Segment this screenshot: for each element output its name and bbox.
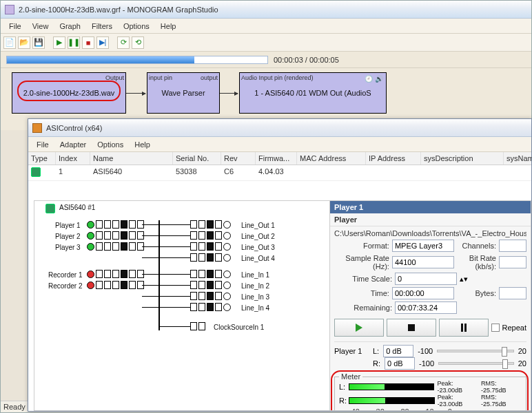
- samplerate-field[interactable]: [392, 256, 454, 268]
- player-title: Player 1: [330, 201, 531, 213]
- col-serial[interactable]: Serial No.: [173, 152, 221, 165]
- col-ip[interactable]: IP Address: [366, 152, 421, 165]
- bus-line: [158, 220, 160, 330]
- meter-rms-r: RMS: -25.75dB: [481, 394, 522, 407]
- lbl-li1: Line_In 1: [241, 271, 269, 279]
- bytes-field[interactable]: [499, 287, 526, 299]
- new-button[interactable]: 📄: [3, 36, 16, 49]
- menu-options[interactable]: Options: [119, 21, 154, 32]
- device-icon: [45, 204, 55, 213]
- row-rec1[interactable]: [87, 270, 144, 278]
- inner-titlebar[interactable]: ASIControl (x64): [28, 119, 531, 137]
- player-stop-button[interactable]: [387, 319, 436, 337]
- repeat-checkbox[interactable]: [491, 324, 500, 332]
- lbl-channels: Channels:: [457, 242, 496, 250]
- seek-bar[interactable]: [6, 56, 268, 64]
- node-source-label: 2.0-sine-1000Hz-23dB.wav: [21, 89, 118, 97]
- imenu-file[interactable]: File: [32, 139, 53, 150]
- col-index[interactable]: Index: [56, 152, 90, 165]
- player-play-button[interactable]: [334, 319, 384, 337]
- lbl-lo4: Line_Out 4: [241, 255, 275, 262]
- device-row[interactable]: 1 ASI5640 53038 C6 4.04.03: [28, 165, 531, 181]
- row-lo3[interactable]: [190, 242, 231, 251]
- player-pause-button[interactable]: [439, 319, 489, 337]
- asicontrol-icon: [32, 123, 42, 133]
- stop-button[interactable]: ■: [82, 36, 94, 49]
- col-mac[interactable]: MAC Address: [297, 152, 366, 165]
- step-button[interactable]: ▶|: [96, 36, 109, 49]
- row-player3[interactable]: [87, 242, 144, 251]
- refresh-button[interactable]: ⟳: [117, 36, 130, 49]
- row-rec2[interactable]: [87, 281, 144, 289]
- device-header: ASI5640 #1: [59, 204, 95, 211]
- imenu-options[interactable]: Options: [93, 139, 127, 150]
- meter-peak-r: Peak: -23.00dB: [438, 394, 478, 407]
- timescale-stepper[interactable]: ▴▾: [460, 275, 468, 284]
- row-li2[interactable]: [190, 281, 231, 289]
- pin-in: input pin: [149, 74, 172, 81]
- col-sysname[interactable]: sysNam: [504, 152, 532, 165]
- menu-file[interactable]: File: [5, 21, 25, 32]
- pause-icon: [461, 324, 467, 332]
- col-name[interactable]: Name: [90, 152, 173, 165]
- gain-r-slider[interactable]: [438, 362, 514, 365]
- node-parser[interactable]: input pin output Wave Parser: [147, 72, 220, 114]
- menu-view[interactable]: View: [28, 21, 53, 32]
- open-button[interactable]: 📂: [18, 36, 30, 49]
- refresh2-button[interactable]: ⟲: [132, 36, 144, 49]
- row-player1[interactable]: [87, 220, 144, 229]
- col-fw[interactable]: Firmwa...: [256, 152, 297, 165]
- row-lo2[interactable]: [190, 231, 231, 240]
- cell-rev: C6: [221, 165, 256, 180]
- col-rev[interactable]: Rev: [221, 152, 256, 165]
- menu-filters[interactable]: Filters: [88, 21, 116, 32]
- gain-l-label: L:: [373, 347, 379, 355]
- remaining-field[interactable]: [395, 301, 457, 314]
- lbl-br: Bit Rate (kb/s):: [457, 254, 496, 271]
- pause-button[interactable]: ❚❚: [68, 36, 80, 49]
- meter-l-bar: [349, 383, 435, 390]
- node-parser-label: Wave Parser: [158, 89, 207, 97]
- player-panel: Player 1 Player C:\Users\Roman\Downloads…: [330, 200, 531, 411]
- channels-field[interactable]: [499, 240, 526, 252]
- progress-row: 00:00:03 / 00:00:05: [1, 52, 531, 68]
- imenu-help[interactable]: Help: [130, 139, 154, 150]
- row-li4[interactable]: [190, 303, 231, 311]
- gain-player-label: Player 1: [334, 347, 369, 355]
- node-source[interactable]: 2.0-sine-1000Hz-23dB.wav Output: [12, 72, 126, 114]
- gain-r-field[interactable]: [385, 357, 415, 370]
- gain-r-min: -100: [419, 359, 434, 368]
- row-li3[interactable]: [190, 292, 231, 300]
- gain-l-slider[interactable]: [437, 350, 514, 352]
- routing-graph[interactable]: ASI5640 #1 Player 1 Player 2 Player 3 Re…: [34, 200, 330, 411]
- gain-l-field[interactable]: [383, 345, 413, 357]
- row-li1[interactable]: [190, 270, 231, 278]
- col-type[interactable]: Type: [28, 152, 56, 165]
- menu-help[interactable]: Help: [156, 21, 181, 32]
- clock-icon: 🕘 🔊: [365, 75, 383, 83]
- row-player2[interactable]: [87, 231, 144, 240]
- play-button[interactable]: ▶: [53, 36, 65, 49]
- cell-index: 1: [56, 165, 90, 180]
- col-sysdesc[interactable]: sysDescription: [421, 152, 504, 165]
- gain-l-max: 20: [518, 347, 526, 355]
- meter-r-label: R:: [339, 396, 346, 405]
- lbl-ts: Time Scale:: [334, 275, 392, 283]
- gain-r-max: 20: [518, 359, 526, 368]
- timescale-field[interactable]: [395, 273, 457, 285]
- bitrate-field[interactable]: [499, 256, 526, 268]
- format-field[interactable]: [392, 240, 454, 252]
- row-lo1[interactable]: [190, 220, 231, 229]
- outer-title: 2.0-sine-1000Hz-23dB.wav.grf - MONOGRAM …: [19, 6, 218, 14]
- node-renderer[interactable]: Audio Input pin (rendered) 1 - ASI5640 /…: [239, 72, 387, 114]
- save-button[interactable]: 💾: [32, 36, 45, 49]
- menu-graph[interactable]: Graph: [55, 21, 85, 32]
- lbl-rec2: Recorder 2: [48, 282, 82, 290]
- timecode: 00:00:03 / 00:00:05: [274, 56, 339, 64]
- lbl-rem: Remaining:: [334, 304, 392, 312]
- outer-titlebar[interactable]: 2.0-sine-1000Hz-23dB.wav.grf - MONOGRAM …: [1, 1, 531, 19]
- time-field[interactable]: [392, 287, 454, 299]
- row-lo4[interactable]: [190, 253, 231, 262]
- row-clock[interactable]: [190, 322, 205, 330]
- imenu-adapter[interactable]: Adapter: [56, 139, 91, 150]
